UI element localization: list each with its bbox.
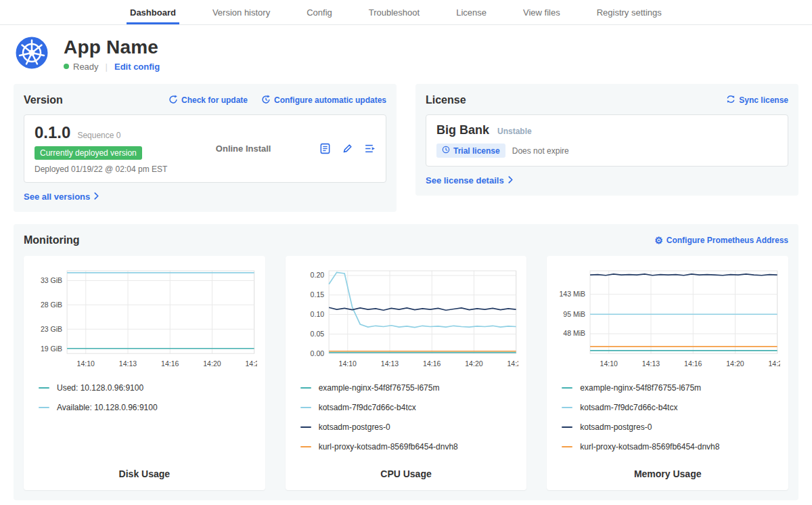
edit-config-link[interactable]: Edit config (114, 62, 160, 72)
svg-text:95 MiB: 95 MiB (564, 310, 586, 318)
cpu-usage-chart-card: 0.000.050.100.150.2014:1014:1314:1614:20… (286, 256, 527, 490)
page-title: App Name (64, 37, 160, 58)
svg-text:14:23: 14:23 (769, 359, 780, 368)
legend-swatch (300, 407, 311, 408)
expiry-text: Does not expire (512, 146, 569, 156)
svg-text:14:23: 14:23 (507, 359, 518, 368)
svg-text:143 MiB: 143 MiB (560, 290, 586, 298)
legend-label: kotsadm-7f9dc7d66c-b4tcx (580, 403, 677, 412)
chart-title: Disk Usage (32, 462, 257, 479)
legend-swatch (562, 426, 572, 428)
tab-troubleshoot[interactable]: Troubleshoot (351, 0, 438, 24)
svg-text:28 GiB: 28 GiB (41, 301, 62, 309)
legend-item: kurl-proxy-kotsadm-8569fb6454-dnvh8 (300, 442, 519, 452)
legend-label: kurl-proxy-kotsadm-8569fb6454-dnvh8 (319, 442, 458, 452)
svg-text:14:10: 14:10 (338, 359, 356, 368)
svg-text:0.00: 0.00 (310, 349, 324, 357)
status-text: Ready (73, 62, 99, 72)
svg-text:14:16: 14:16 (684, 359, 702, 368)
tab-dashboard[interactable]: Dashboard (112, 0, 194, 24)
configure-automatic-updates-link[interactable]: Configure automatic updates (261, 95, 386, 106)
see-license-details-link[interactable]: See license details (426, 175, 514, 185)
svg-text:14:16: 14:16 (423, 359, 441, 368)
disk-usage-chart-card: 19 GiB23 GiB28 GiB33 GiB14:1014:1314:161… (24, 256, 265, 490)
see-all-versions-link[interactable]: See all versions (24, 192, 99, 202)
tab-registry-settings[interactable]: Registry settings (579, 0, 680, 24)
tab-license[interactable]: License (438, 0, 505, 24)
chevron-right-icon (508, 175, 514, 185)
view-logs-icon[interactable] (364, 143, 376, 154)
edit-icon[interactable] (342, 143, 353, 154)
monitoring-title: Monitoring (24, 234, 80, 246)
monitoring-section: Monitoring ⚙ Configure Prometheus Addres… (14, 224, 798, 500)
svg-text:14:10: 14:10 (77, 359, 95, 368)
legend-item: example-nginx-54f8f76755-l675m (300, 383, 519, 393)
legend-swatch (562, 387, 572, 389)
deployed-timestamp: Deployed 01/19/22 @ 02:04 pm EST (35, 164, 167, 174)
tab-view-files[interactable]: View files (505, 0, 579, 24)
chart-legend: Used: 10.128.0.96:9100Available: 10.128.… (32, 383, 257, 422)
svg-text:33 GiB: 33 GiB (41, 276, 62, 284)
legend-label: Available: 10.128.0.96:9100 (57, 403, 158, 412)
legend-item: kotsadm-postgres-0 (300, 422, 519, 432)
legend-item: kotsadm-7f9dc7d66c-b4tcx (562, 403, 780, 412)
legend-item: kotsadm-7f9dc7d66c-b4tcx (300, 403, 519, 412)
svg-text:0.10: 0.10 (310, 310, 324, 318)
top-nav: DashboardVersion historyConfigTroublesho… (0, 0, 812, 25)
svg-text:14:13: 14:13 (119, 359, 137, 368)
legend-label: example-nginx-54f8f76755-l675m (580, 383, 701, 393)
legend-swatch (300, 387, 311, 389)
refresh-icon (168, 95, 178, 106)
legend-swatch (562, 407, 572, 408)
trial-license-badge: Trial license (436, 144, 505, 158)
license-summary-card: Big Bank Unstable Trial license Does not… (426, 114, 788, 167)
license-card: License Sync license Big Bank Unstable T… (415, 84, 798, 196)
sequence-label: Sequence 0 (77, 131, 120, 140)
svg-text:14:16: 14:16 (161, 359, 179, 368)
legend-label: Used: 10.128.0.96:9100 (57, 383, 143, 393)
chart-legend: example-nginx-54f8f76755-l675mkotsadm-7f… (294, 383, 519, 462)
tab-config[interactable]: Config (288, 0, 351, 24)
channel-badge: Unstable (497, 127, 532, 136)
tab-version-history[interactable]: Version history (194, 0, 288, 24)
kubernetes-logo-icon (15, 36, 49, 72)
legend-label: kurl-proxy-kotsadm-8569fb6454-dnvh8 (580, 442, 719, 452)
clock-icon (442, 146, 450, 156)
chart-plot: 19 GiB23 GiB28 GiB33 GiB14:1014:1314:161… (32, 264, 257, 372)
sync-license-link[interactable]: Sync license (726, 95, 788, 106)
release-notes-icon[interactable] (319, 143, 331, 154)
legend-label: kotsadm-7f9dc7d66c-b4tcx (319, 403, 416, 412)
svg-text:23 GiB: 23 GiB (41, 325, 62, 333)
svg-text:14:20: 14:20 (727, 359, 744, 368)
configure-prometheus-link[interactable]: ⚙ Configure Prometheus Address (654, 236, 788, 245)
chart-plot: 0.000.050.100.150.2014:1014:1314:1614:20… (294, 264, 519, 372)
legend-swatch (300, 426, 311, 428)
legend-item: kotsadm-postgres-0 (562, 422, 780, 432)
legend-swatch (39, 387, 49, 389)
legend-item: Used: 10.128.0.96:9100 (39, 383, 257, 393)
legend-swatch (39, 407, 49, 408)
deployed-badge: Currently deployed version (35, 146, 142, 160)
svg-text:14:23: 14:23 (245, 359, 256, 368)
svg-text:0.15: 0.15 (310, 290, 324, 299)
gear-icon: ⚙ (654, 236, 663, 245)
memory-usage-chart-card: 48 MiB95 MiB143 MiB14:1014:1314:1614:201… (547, 256, 788, 490)
current-version-card: 0.1.0 Sequence 0 Currently deployed vers… (24, 114, 386, 183)
svg-text:14:10: 14:10 (600, 359, 618, 368)
svg-text:19 GiB: 19 GiB (41, 345, 62, 353)
legend-swatch (300, 446, 311, 447)
app-header: App Name Ready | Edit config (0, 25, 812, 79)
legend-label: kotsadm-postgres-0 (319, 422, 390, 432)
customer-name: Big Bank (436, 123, 489, 137)
svg-text:14:13: 14:13 (380, 359, 398, 368)
legend-item: Available: 10.128.0.96:9100 (39, 403, 257, 412)
svg-text:14:13: 14:13 (642, 359, 660, 368)
svg-text:14:20: 14:20 (203, 359, 221, 368)
legend-label: kotsadm-postgres-0 (580, 422, 652, 432)
svg-text:0.20: 0.20 (310, 271, 324, 279)
auto-update-icon (261, 95, 271, 106)
svg-text:48 MiB: 48 MiB (564, 329, 586, 337)
check-for-update-link[interactable]: Check for update (168, 95, 248, 106)
chart-legend: example-nginx-54f8f76755-l675mkotsadm-7f… (555, 383, 780, 462)
svg-text:14:20: 14:20 (465, 359, 482, 368)
